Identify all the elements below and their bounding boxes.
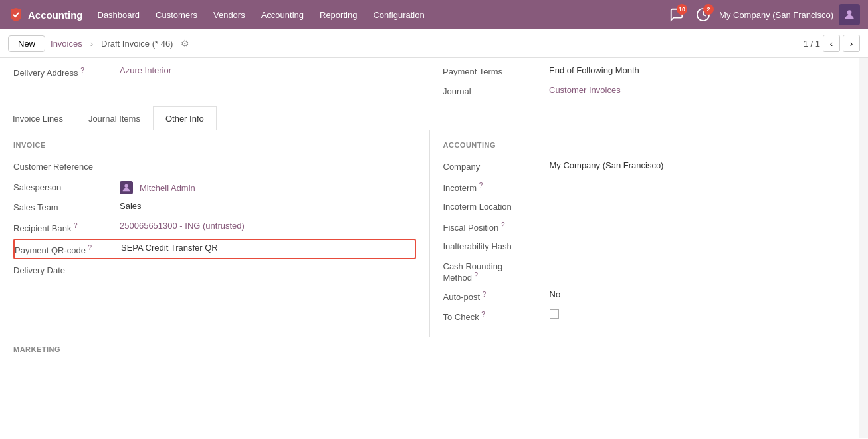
svg-point-2 [124, 184, 128, 188]
main-wrapper: Delivery Address ? Azure Interior Paymen… [0, 58, 868, 438]
to-check-row: To Check ? [443, 306, 846, 326]
auto-post-row: Auto-post ? No [443, 286, 846, 306]
invoice-section: INVOICE Customer Reference Salesperson [0, 130, 430, 337]
sales-team-row: Sales Team Sales [13, 198, 416, 218]
nav-accounting[interactable]: Accounting [255, 7, 310, 23]
fiscal-position-help[interactable]: ? [501, 221, 505, 229]
payment-terms-row: Payment Terms End of Following Month [443, 62, 845, 82]
cash-rounding-label: Cash RoundingMethod ? [443, 260, 550, 283]
incoterm-label: Incoterm ? [443, 180, 550, 193]
auto-post-value[interactable]: No [550, 289, 846, 299]
sales-team-label: Sales Team [13, 201, 120, 212]
company-value: My Company (San Francisco) [550, 160, 846, 170]
payment-qr-label: Payment QR-code ? [15, 243, 121, 255]
nav-reporting[interactable]: Reporting [313, 7, 364, 23]
delivery-address-label: Delivery Address ? [13, 65, 120, 78]
accounting-section-title: ACCOUNTING [443, 141, 846, 149]
new-button[interactable]: New [8, 35, 45, 52]
to-check-help[interactable]: ? [481, 311, 485, 318]
delivery-address-value[interactable]: Azure Interior [120, 65, 415, 75]
tab-content: INVOICE Customer Reference Salesperson [0, 130, 859, 337]
delivery-address-section: Delivery Address ? Azure Interior [0, 58, 429, 106]
recipient-bank-help[interactable]: ? [74, 222, 78, 229]
salesperson-value[interactable]: Mitchell Admin [120, 181, 416, 194]
salesperson-label: Salesperson [13, 181, 120, 192]
sales-team-value: Sales [120, 201, 416, 211]
payment-qr-value[interactable]: SEPA Credit Transfer QR [121, 243, 415, 253]
journal-value[interactable]: Customer Invoices [549, 85, 845, 95]
cash-rounding-help[interactable]: ? [475, 271, 479, 279]
salesperson-avatar [120, 181, 133, 194]
clock-button[interactable]: 2 [693, 4, 714, 25]
customer-reference-label: Customer Reference [13, 160, 120, 172]
company-label: Company [443, 160, 550, 172]
nav-customers[interactable]: Customers [149, 7, 204, 23]
incoterm-help[interactable]: ? [479, 182, 483, 189]
clock-count: 2 [703, 4, 714, 15]
prev-page-button[interactable]: ‹ [823, 35, 840, 52]
top-navigation: Accounting Dashboard Customers Vendors A… [0, 0, 868, 29]
fiscal-position-label: Fiscal Position ? [443, 220, 550, 233]
salesperson-row: Salesperson Mitchell Admin [13, 178, 416, 198]
nav-right: 10 2 My Company (San Francisco) [666, 4, 860, 25]
tab-invoice-lines[interactable]: Invoice Lines [0, 106, 76, 130]
settings-icon[interactable]: ⚙ [181, 38, 189, 49]
user-avatar[interactable] [839, 4, 860, 25]
payment-qr-row: Payment QR-code ? SEPA Credit Transfer Q… [13, 239, 416, 259]
customer-reference-value [120, 160, 416, 174]
pagination-text: 1 / 1 [804, 39, 820, 49]
app-name: Accounting [28, 9, 83, 21]
payment-journal-section: Payment Terms End of Following Month Jou… [429, 58, 859, 106]
inalterability-hash-row: Inalterability Hash [443, 237, 846, 257]
tab-journal-items[interactable]: Journal Items [76, 106, 153, 130]
next-page-button[interactable]: › [843, 35, 860, 52]
breadcrumb-separator: › [90, 39, 93, 49]
customer-reference-input[interactable] [120, 160, 416, 174]
accounting-section: ACCOUNTING Company My Company (San Franc… [430, 130, 859, 337]
marketing-section-title: MARKETING [13, 345, 845, 353]
nav-configuration[interactable]: Configuration [366, 7, 431, 23]
notifications-button[interactable]: 10 [666, 4, 687, 25]
delivery-date-label: Delivery Date [13, 264, 120, 275]
nav-vendors[interactable]: Vendors [207, 7, 252, 23]
delivery-date-row: Delivery Date [13, 261, 416, 281]
to-check-checkbox[interactable] [550, 309, 559, 319]
to-check-label: To Check ? [443, 309, 550, 322]
recipient-bank-row: Recipient Bank ? 250065651300 - ING (unt… [13, 218, 416, 237]
breadcrumb-current: Draft Invoice (* 46) [101, 39, 173, 49]
marketing-section: MARKETING [0, 337, 859, 361]
company-name: My Company (San Francisco) [719, 10, 833, 20]
company-row: Company My Company (San Francisco) [443, 157, 846, 177]
auto-post-label: Auto-post ? [443, 289, 550, 302]
delivery-address-row: Delivery Address ? Azure Interior [13, 62, 415, 82]
journal-row: Journal Customer Invoices [443, 82, 845, 102]
tab-other-info[interactable]: Other Info [153, 106, 217, 130]
recipient-bank-value[interactable]: 250065651300 - ING (untrusted) [120, 221, 416, 231]
toolbar: New Invoices › Draft Invoice (* 46) ⚙ 1 … [0, 29, 868, 58]
to-check-value [550, 309, 846, 319]
payment-terms-value: End of Following Month [549, 65, 845, 75]
pagination: 1 / 1 ‹ › [804, 35, 860, 52]
inalterability-hash-label: Inalterability Hash [443, 240, 550, 251]
app-logo[interactable]: Accounting [8, 7, 83, 23]
cash-rounding-row: Cash RoundingMethod ? [443, 257, 846, 286]
auto-post-help[interactable]: ? [483, 291, 487, 298]
incoterm-location-label: Incoterm Location [443, 200, 550, 212]
nav-dashboard[interactable]: Dashboard [91, 7, 147, 23]
payment-qr-help[interactable]: ? [88, 244, 92, 251]
delivery-date-input[interactable] [120, 264, 416, 278]
tabs: Invoice Lines Journal Items Other Info [0, 106, 859, 130]
payment-terms-label: Payment Terms [443, 65, 549, 76]
invoice-section-title: INVOICE [13, 141, 416, 149]
svg-point-1 [847, 10, 852, 15]
main-content: Delivery Address ? Azure Interior Paymen… [0, 58, 859, 438]
customer-reference-row: Customer Reference [13, 157, 416, 178]
breadcrumb-parent[interactable]: Invoices [51, 39, 82, 49]
delivery-address-help[interactable]: ? [80, 67, 84, 74]
notification-count: 10 [677, 4, 687, 15]
journal-label: Journal [443, 85, 549, 96]
fiscal-position-row: Fiscal Position ? [443, 217, 846, 237]
top-fields-row: Delivery Address ? Azure Interior Paymen… [0, 58, 859, 106]
scrollbar[interactable] [859, 58, 868, 438]
incoterm-location-row: Incoterm Location [443, 197, 846, 217]
